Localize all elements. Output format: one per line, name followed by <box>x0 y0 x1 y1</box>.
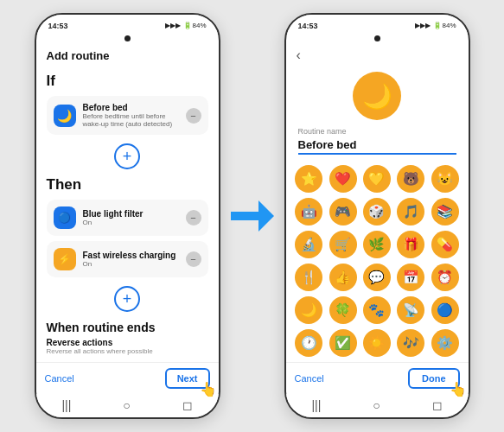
icon-clock2[interactable]: 🕐 <box>295 329 322 357</box>
camera-dot-2 <box>374 35 380 41</box>
blue-light-title: Blue light filter <box>83 209 179 219</box>
icon-bluetooth[interactable]: 🔵 <box>431 296 459 324</box>
wireless-charging-sub: On <box>83 260 179 268</box>
icon-clover[interactable]: 🍀 <box>329 296 357 324</box>
before-bed-card[interactable]: 🌙 Before bed Before bedtime until before… <box>47 96 208 135</box>
wireless-charging-text: Fast wireless charging On <box>83 251 179 268</box>
battery-icon: 🔋84% <box>183 22 206 29</box>
status-icons-1: ▶▶▶ 🔋84% <box>165 22 206 29</box>
reverse-sub: Reverse all actions where possible <box>47 347 208 355</box>
blue-light-card[interactable]: 🔵 Blue light filter On − <box>47 200 208 236</box>
icon-fork[interactable]: 🍴 <box>295 264 322 291</box>
icon-gamepad[interactable]: 🎮 <box>329 198 357 226</box>
icon-bear[interactable]: 🐻 <box>397 165 424 193</box>
routine-name-label: Routine name <box>298 127 456 136</box>
icon-flask[interactable]: 🔬 <box>295 231 322 258</box>
status-bar-1: 14:53 ▶▶▶ 🔋84% <box>36 15 219 34</box>
phone-1: 14:53 ▶▶▶ 🔋84% Add routine If 🌙 Before b… <box>35 13 220 419</box>
battery-icon-2: 🔋84% <box>433 22 456 29</box>
reverse-title: Reverse actions <box>47 338 208 347</box>
add-if-btn[interactable]: + <box>114 143 140 169</box>
arrow-container <box>231 200 274 232</box>
phone-2: 14:53 ▶▶▶ 🔋84% ‹ 🌙 Routine name ⭐ ❤️ 💛 🐻 <box>284 13 470 419</box>
remove-then1-btn[interactable]: − <box>186 210 201 226</box>
wireless-charging-title: Fast wireless charging <box>83 251 179 260</box>
cursor-hand-icon: 👆 <box>200 381 217 397</box>
icon-robot[interactable]: 🤖 <box>295 198 322 226</box>
status-bar-2: 14:53 ▶▶▶ 🔋84% <box>286 15 469 34</box>
icon-thumbs[interactable]: 👍 <box>329 264 357 291</box>
icon-chat[interactable]: 💬 <box>363 264 391 291</box>
time-2: 14:53 <box>298 22 318 30</box>
icon-moon[interactable]: 🌙 <box>295 296 322 324</box>
back-button[interactable]: ‹ <box>286 42 469 65</box>
status-icons-2: ▶▶▶ 🔋84% <box>415 22 456 29</box>
cancel-button[interactable]: Cancel <box>45 373 74 384</box>
icon-music[interactable]: 🎵 <box>397 198 424 226</box>
icon-check[interactable]: ✅ <box>329 329 357 357</box>
wireless-charging-card[interactable]: ⚡ Fast wireless charging On − <box>47 241 208 277</box>
routine-name-area: Routine name <box>286 124 469 160</box>
notch-1 <box>36 34 219 42</box>
nav-home-2[interactable]: ○ <box>373 398 380 412</box>
icon-cart[interactable]: 🛒 <box>329 231 357 258</box>
page-title: Add routine <box>47 49 208 62</box>
blue-light-icon: 🔵 <box>54 206 76 229</box>
camera-dot <box>124 35 131 41</box>
cancel-button-2[interactable]: Cancel <box>295 373 324 384</box>
icon-book[interactable]: 📚 <box>431 198 459 226</box>
icon-sun[interactable]: ☀️ <box>363 329 391 357</box>
signal-icon: ▶▶▶ <box>165 22 181 29</box>
remove-if-btn[interactable]: − <box>186 108 201 124</box>
nav-back-2[interactable]: ||| <box>311 398 321 412</box>
nav-back[interactable]: ||| <box>61 398 71 412</box>
icon-heart2[interactable]: 💛 <box>363 165 391 193</box>
arrow-body <box>231 212 258 220</box>
icon-dice[interactable]: 🎲 <box>363 198 391 226</box>
icon-gear[interactable]: ⚙️ <box>431 329 459 357</box>
nav-home[interactable]: ○ <box>123 398 130 412</box>
nav-bar-2: ||| ○ ◻ <box>286 394 469 417</box>
wireless-charging-icon: ⚡ <box>54 248 76 270</box>
blue-light-sub: On <box>83 219 179 226</box>
icon-pill[interactable]: 💊 <box>431 231 459 258</box>
arrow-head <box>258 200 274 232</box>
nav-bar-1: ||| ○ ◻ <box>36 394 219 417</box>
main-container: 14:53 ▶▶▶ 🔋84% Add routine If 🌙 Before b… <box>0 0 504 432</box>
before-bed-sub: Before bedtime until before wake-up time… <box>83 112 179 128</box>
before-bed-title: Before bed <box>83 103 179 112</box>
add-then-btn[interactable]: + <box>114 286 140 312</box>
icon-cat[interactable]: 😺 <box>431 165 459 193</box>
notch-2 <box>286 34 469 42</box>
screen-2: ‹ 🌙 Routine name ⭐ ❤️ 💛 🐻 😺 🤖 🎮 🎲 🎵 📚 🔬 <box>286 42 469 362</box>
icon-satellite[interactable]: 📡 <box>397 296 424 324</box>
icon-calendar[interactable]: 📅 <box>397 264 424 291</box>
bottom-bar-2: Cancel Done 👆 <box>286 362 469 394</box>
cursor-hand-icon-2: 👆 <box>450 381 467 397</box>
screen-1: Add routine If 🌙 Before bed Before bedti… <box>36 42 219 362</box>
remove-then2-btn[interactable]: − <box>186 251 201 267</box>
nav-recents-2[interactable]: ◻ <box>432 398 443 412</box>
icon-preview-area: 🌙 <box>286 65 469 124</box>
icon-clock[interactable]: ⏰ <box>431 264 459 291</box>
blue-light-text: Blue light filter On <box>83 209 179 226</box>
before-bed-icon: 🌙 <box>54 105 76 127</box>
then-label: Then <box>47 176 208 194</box>
nav-recents[interactable]: ◻ <box>182 398 193 412</box>
icon-leaf[interactable]: 🌿 <box>363 231 391 258</box>
when-ends-section: When routine ends Reverse actions Revers… <box>47 321 208 355</box>
signal-icon-2: ▶▶▶ <box>415 22 431 29</box>
forward-arrow <box>231 200 274 232</box>
icon-paw[interactable]: 🐾 <box>363 296 391 324</box>
icons-grid: ⭐ ❤️ 💛 🐻 😺 🤖 🎮 🎲 🎵 📚 🔬 🛒 🌿 🎁 💊 🍴 👍 💬 📅 <box>286 160 469 362</box>
routine-name-input[interactable] <box>298 138 456 155</box>
icon-heart[interactable]: ❤️ <box>329 165 357 193</box>
time-1: 14:53 <box>48 22 68 30</box>
main-icon-circle[interactable]: 🌙 <box>353 72 401 120</box>
when-ends-label: When routine ends <box>47 321 208 334</box>
icon-note[interactable]: 🎶 <box>397 329 424 357</box>
icon-star[interactable]: ⭐ <box>295 165 322 193</box>
before-bed-text: Before bed Before bedtime until before w… <box>83 103 179 128</box>
icon-gift[interactable]: 🎁 <box>397 231 424 258</box>
bottom-bar-1: Cancel Next 👆 <box>36 362 219 394</box>
